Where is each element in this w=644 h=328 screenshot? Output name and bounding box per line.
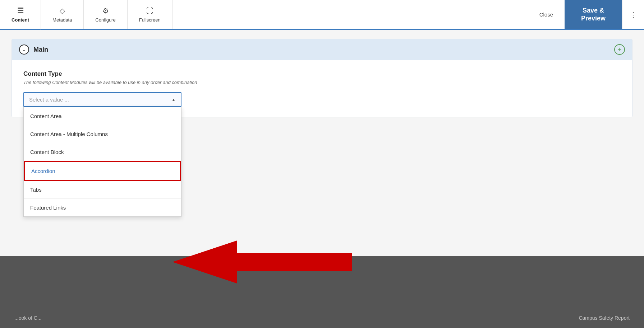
top-nav: ☰ Content ◇ Metadata ⚙ Configure ⛶ Fulls… — [0, 0, 644, 30]
content-icon: ☰ — [17, 6, 24, 15]
plus-icon: + — [618, 46, 622, 53]
tab-fullscreen-label: Fullscreen — [139, 17, 161, 23]
dropdown-item-content-area-multiple[interactable]: Content Area - Multiple Columns — [24, 125, 181, 143]
bottom-bar: ...ook of C... Campus Safety Report — [0, 256, 644, 328]
select-placeholder: Select a value ... — [29, 97, 69, 103]
content-type-select[interactable]: Select a value ... ▲ — [23, 92, 181, 107]
tab-content[interactable]: ☰ Content — [0, 0, 41, 30]
tab-fullscreen[interactable]: ⛶ Fullscreen — [128, 0, 172, 29]
content-type-description: The following Content Modules will be av… — [23, 80, 621, 85]
dropdown-item-featured-links[interactable]: Featured Links — [24, 199, 181, 216]
bottom-left-text: ...ook of C... — [14, 315, 41, 321]
dropdown-menu: Content Area Content Area - Multiple Col… — [23, 107, 181, 217]
dropdown-item-accordion[interactable]: Accordion — [24, 161, 181, 181]
section-header: ⌄ Main + — [12, 39, 632, 60]
bottom-right-text: Campus Safety Report — [579, 315, 630, 321]
tab-configure-label: Configure — [95, 17, 115, 23]
more-button[interactable]: ⋮ — [622, 0, 644, 29]
main-content: ⌄ Main + Content Type The following Cont… — [0, 30, 644, 328]
save-preview-label: Save &Preview — [581, 7, 606, 22]
section-card: ⌄ Main + Content Type The following Cont… — [12, 39, 632, 117]
nav-spacer — [172, 0, 528, 29]
section-body: Content Type The following Content Modul… — [12, 60, 632, 117]
section-title: Main — [33, 46, 48, 53]
section-add-button[interactable]: + — [614, 44, 625, 55]
bottom-bar-content: ...ook of C... Campus Safety Report — [0, 308, 644, 328]
content-type-select-container: Select a value ... ▲ Content Area Conten… — [23, 92, 181, 107]
save-preview-button[interactable]: Save &Preview — [565, 0, 622, 29]
configure-icon: ⚙ — [102, 6, 109, 15]
content-type-label: Content Type — [23, 70, 621, 78]
section-header-left: ⌄ Main — [19, 44, 48, 55]
close-button[interactable]: Close — [528, 0, 565, 29]
dropdown-item-content-block[interactable]: Content Block — [24, 143, 181, 161]
more-icon: ⋮ — [630, 10, 637, 19]
metadata-icon: ◇ — [60, 6, 65, 15]
tab-metadata-label: Metadata — [52, 17, 72, 23]
dropdown-item-tabs[interactable]: Tabs — [24, 181, 181, 199]
tab-content-label: Content — [12, 17, 29, 23]
chevron-down-icon: ⌄ — [22, 47, 26, 52]
tab-configure[interactable]: ⚙ Configure — [84, 0, 127, 29]
chevron-up-icon: ▲ — [171, 97, 176, 102]
section-collapse-button[interactable]: ⌄ — [19, 44, 29, 55]
tab-metadata[interactable]: ◇ Metadata — [41, 0, 84, 29]
fullscreen-icon: ⛶ — [146, 7, 153, 15]
dropdown-item-content-area[interactable]: Content Area — [24, 107, 181, 125]
